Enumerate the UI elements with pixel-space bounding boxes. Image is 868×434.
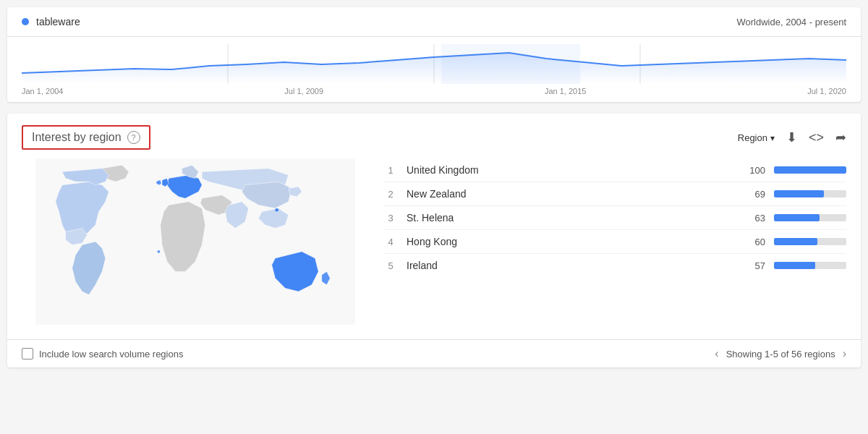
region-bar-fill — [774, 214, 820, 221]
region-score: 57 — [744, 260, 765, 271]
region-dropdown[interactable]: Region — [738, 132, 775, 143]
include-low-volume-container: Include low search volume regions — [22, 348, 183, 359]
region-name: Ireland — [407, 260, 735, 271]
region-row[interactable]: 4 Hong Kong 60 — [383, 230, 846, 254]
region-bar-container — [774, 190, 846, 197]
region-bar-fill — [774, 262, 815, 269]
region-score: 63 — [744, 213, 765, 224]
embed-icon[interactable]: <> — [809, 130, 824, 145]
include-low-volume-label: Include low search volume regions — [39, 349, 183, 359]
pagination-text: Showing 1-5 of 56 regions — [726, 349, 835, 359]
region-name: Hong Kong — [407, 236, 735, 247]
region-bar-container — [774, 238, 846, 245]
region-rank: 5 — [383, 260, 398, 271]
region-name: United Kingdom — [407, 164, 735, 176]
region-bar-container — [774, 214, 846, 221]
svg-point-5 — [158, 250, 161, 253]
search-term-label: tableware — [36, 16, 80, 27]
timeline-date-1: Jan 1, 2004 — [22, 87, 64, 95]
term-indicator-dot — [22, 18, 29, 25]
region-rank: 2 — [383, 189, 398, 200]
region-rank: 4 — [383, 237, 398, 247]
include-low-volume-checkbox[interactable] — [22, 348, 33, 359]
section-controls: Region ⬇ <> ➦ — [738, 129, 846, 145]
section-footer: Include low search volume regions ‹ Show… — [7, 339, 861, 367]
download-icon[interactable]: ⬇ — [786, 129, 797, 145]
region-row[interactable]: 1 United Kingdom 100 — [383, 158, 846, 182]
map-list-container: 1 United Kingdom 100 2 New Zealand 69 3 … — [7, 158, 861, 339]
section-title: Interest by region — [32, 131, 122, 144]
timeline-date-4: Jul 1, 2020 — [807, 87, 846, 95]
svg-point-6 — [275, 208, 278, 212]
prev-page-button[interactable]: ‹ — [715, 347, 718, 360]
share-icon[interactable]: ➦ — [835, 129, 846, 145]
chart-timeline: Jan 1, 2004 Jul 1, 2009 Jan 1, 2015 Jul … — [22, 87, 846, 95]
timeline-date-2: Jul 1, 2009 — [284, 87, 323, 95]
date-range-label: Worldwide, 2004 - present — [736, 17, 846, 27]
interest-by-region-header: Interest by region ? Region ⬇ <> ➦ — [7, 114, 861, 158]
world-map-container — [22, 158, 369, 325]
trend-line-chart — [22, 44, 846, 84]
region-row[interactable]: 5 Ireland 57 — [383, 254, 846, 277]
region-score: 69 — [744, 189, 765, 200]
region-bar-fill — [774, 166, 846, 174]
region-name: St. Helena — [407, 212, 735, 224]
region-bar-fill — [774, 238, 817, 245]
region-row[interactable]: 2 New Zealand 69 — [383, 182, 846, 206]
region-dropdown-label: Region — [738, 132, 767, 143]
region-name: New Zealand — [407, 188, 735, 200]
region-rank: 1 — [383, 165, 398, 176]
chevron-down-icon — [770, 132, 775, 143]
region-list: 1 United Kingdom 100 2 New Zealand 69 3 … — [383, 158, 846, 325]
pagination-container: ‹ Showing 1-5 of 56 regions › — [715, 347, 846, 360]
region-rank: 3 — [383, 213, 398, 224]
timeline-date-3: Jan 1, 2015 — [545, 87, 587, 95]
region-score: 60 — [744, 237, 765, 247]
region-row[interactable]: 3 St. Helena 63 — [383, 206, 846, 230]
region-score: 100 — [744, 165, 765, 176]
help-icon[interactable]: ? — [127, 131, 140, 144]
next-page-button[interactable]: › — [843, 347, 846, 360]
search-term-bar: tableware Worldwide, 2004 - present — [7, 7, 861, 37]
world-map — [22, 158, 369, 325]
region-bar-container — [774, 262, 846, 269]
section-title-box: Interest by region ? — [22, 125, 150, 150]
region-bar-container — [774, 166, 846, 174]
trend-chart-area: Jan 1, 2004 Jul 1, 2009 Jan 1, 2015 Jul … — [7, 37, 861, 102]
region-bar-fill — [774, 190, 824, 197]
